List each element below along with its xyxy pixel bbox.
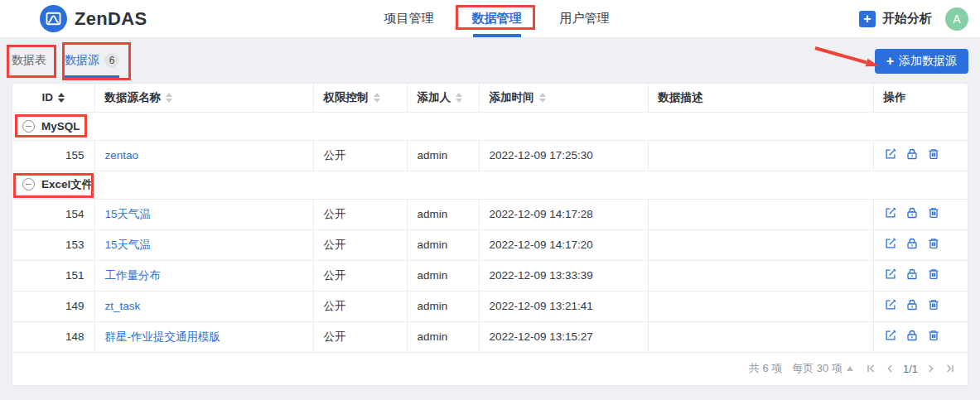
add-datasource-label: 添加数据源 — [899, 54, 957, 69]
cell-permission: 公开 — [313, 291, 407, 321]
pager: 1/1 — [865, 363, 956, 375]
edit-button[interactable] — [884, 267, 897, 283]
nav-item-project-mgmt[interactable]: 项目管理 — [384, 11, 434, 27]
brand-logo[interactable]: ZenDAS — [40, 5, 147, 32]
datasource-row: 151工作量分布公开admin2022-12-09 13:33:39 — [12, 260, 968, 291]
per-page-label: 每页 30 项 — [792, 361, 842, 376]
active-nav-indicator — [473, 34, 521, 37]
sort-carets-icon[interactable] — [374, 93, 380, 103]
datasource-link[interactable]: 工作量分布 — [105, 269, 162, 282]
cell-permission: 公开 — [313, 229, 407, 260]
cell-permission: 公开 — [313, 140, 407, 171]
tab-label: 数据表 — [12, 53, 46, 68]
sort-carets-icon[interactable] — [456, 93, 462, 103]
lock-icon — [905, 147, 919, 163]
delete-button[interactable] — [927, 206, 940, 222]
lock-icon — [905, 329, 919, 345]
delete-button[interactable] — [927, 298, 940, 314]
cell-name: zt_task — [94, 291, 313, 321]
nav-item-data-mgmt[interactable]: 数据管理 — [472, 11, 522, 27]
column-label: ID — [42, 91, 54, 104]
total-count: 共 6 项 — [749, 361, 782, 376]
circle-minus-icon[interactable] — [22, 120, 35, 133]
lock-icon — [905, 267, 919, 283]
edit-button[interactable] — [884, 206, 897, 222]
group-row: Excel文件 — [12, 171, 968, 199]
trash-icon — [927, 237, 940, 253]
content-area: 数据表 数据源 6 + 添加数据源 ID数据源名称权限控制添加人添加时间数据描述… — [0, 38, 980, 386]
caret-up-icon — [847, 366, 853, 371]
datasource-link[interactable]: 群星-作业提交通用模版 — [105, 330, 221, 343]
delete-button[interactable] — [927, 237, 940, 253]
edit-button[interactable] — [884, 298, 897, 314]
next-page-button[interactable] — [925, 363, 937, 374]
edit-button[interactable] — [884, 147, 897, 163]
cell-added-time: 2022-12-09 17:25:30 — [479, 140, 648, 171]
permission-lock-button[interactable] — [905, 267, 919, 283]
table-header: ID数据源名称权限控制添加人添加时间数据描述操作 — [12, 84, 968, 112]
datasource-link[interactable]: 15天气温 — [105, 239, 152, 251]
tabs-bar: 数据表 数据源 6 + 添加数据源 — [12, 46, 968, 83]
column-header-permission[interactable]: 权限控制 — [313, 84, 407, 112]
avatar[interactable]: A — [945, 7, 968, 31]
datasource-link[interactable]: 15天气温 — [105, 208, 152, 220]
datasource-row: 148群星-作业提交通用模版公开admin2022-12-09 13:15:27 — [12, 321, 968, 352]
trash-icon — [927, 267, 940, 283]
add-datasource-button[interactable]: + 添加数据源 — [875, 49, 968, 74]
cell-adder: admin — [407, 199, 479, 229]
trash-icon — [927, 206, 940, 222]
cell-added-time: 2022-12-09 14:17:20 — [479, 229, 648, 260]
permission-lock-button[interactable] — [905, 206, 919, 222]
datasource-link[interactable]: zt_task — [105, 300, 141, 312]
sort-carets-icon[interactable] — [58, 93, 65, 103]
navbar-right: + 开始分析 A — [859, 7, 972, 31]
group-name: MySQL — [41, 120, 80, 133]
sort-carets-icon[interactable] — [539, 93, 546, 103]
first-page-button[interactable] — [865, 363, 876, 374]
cell-name: 群星-作业提交通用模版 — [94, 321, 313, 352]
delete-button[interactable] — [927, 147, 940, 163]
column-header-adder[interactable]: 添加人 — [407, 84, 479, 112]
column-header-name[interactable]: 数据源名称 — [94, 84, 313, 112]
edit-icon — [884, 267, 897, 283]
permission-lock-button[interactable] — [905, 147, 919, 163]
permission-lock-button[interactable] — [905, 329, 919, 345]
column-header-added-time[interactable]: 添加时间 — [479, 84, 648, 112]
cell-adder: admin — [407, 291, 479, 321]
column-header-id[interactable]: ID — [12, 84, 94, 112]
pagination-bar: 共 6 项 每页 30 项 1/1 — [12, 353, 968, 385]
main-nav: 项目管理 数据管理 用户管理 — [384, 0, 610, 37]
edit-button[interactable] — [884, 329, 897, 345]
nav-item-user-mgmt[interactable]: 用户管理 — [560, 11, 610, 27]
column-label: 数据源名称 — [105, 90, 162, 105]
lock-icon — [905, 237, 919, 253]
edit-icon — [884, 206, 897, 222]
cell-permission: 公开 — [313, 199, 407, 229]
trash-icon — [927, 329, 940, 345]
cell-id: 151 — [12, 260, 94, 291]
start-analysis-button[interactable]: + 开始分析 — [859, 11, 932, 27]
column-header-description: 数据描述 — [648, 84, 873, 112]
permission-lock-button[interactable] — [905, 298, 919, 314]
tab-data-tables[interactable]: 数据表 — [12, 48, 46, 73]
cell-description — [648, 321, 873, 352]
datasource-link[interactable]: zentao — [105, 149, 139, 161]
cell-permission: 公开 — [313, 260, 407, 291]
edit-button[interactable] — [884, 237, 897, 253]
cell-name: 15天气温 — [94, 199, 313, 229]
delete-button[interactable] — [927, 267, 940, 283]
per-page-select[interactable]: 每页 30 项 — [792, 361, 853, 376]
lock-icon — [905, 206, 919, 222]
delete-button[interactable] — [927, 329, 940, 345]
circle-minus-icon[interactable] — [22, 178, 35, 190]
lock-icon — [905, 298, 919, 314]
tab-data-sources[interactable]: 数据源 6 — [65, 48, 119, 73]
plus-icon: + — [859, 11, 876, 27]
zendas-logo-icon — [40, 5, 67, 32]
edit-icon — [884, 298, 897, 314]
last-page-button[interactable] — [944, 363, 956, 374]
sort-carets-icon[interactable] — [166, 93, 172, 103]
permission-lock-button[interactable] — [905, 237, 919, 253]
prev-page-button[interactable] — [884, 363, 896, 374]
page: ZenDAS 项目管理 数据管理 用户管理 + 开始分析 A 数据表 数据源 6 — [0, 0, 980, 400]
